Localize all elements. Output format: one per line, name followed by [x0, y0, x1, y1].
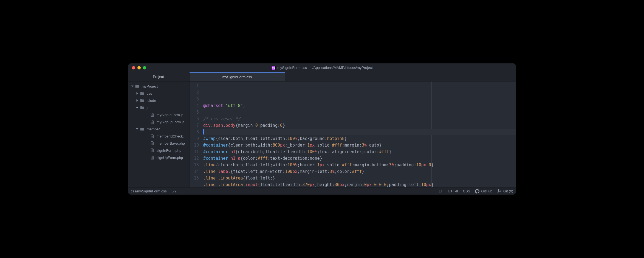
file-icon [150, 148, 154, 153]
code-token [228, 149, 230, 154]
code-token: .line [203, 182, 216, 187]
status-cursor[interactable]: 5:2 [172, 189, 177, 193]
code-token: px [340, 182, 344, 187]
git-branch-icon [497, 189, 502, 194]
code-token: label [218, 169, 230, 174]
status-path-text: css/mySignInForm.css [131, 189, 167, 193]
status-path[interactable]: css/mySignInForm.css [131, 189, 167, 193]
code-token: {clear:both;float:left;width: [216, 136, 287, 141]
tree-file[interactable]: mySignInForm.js [128, 111, 189, 118]
tree-item-label: myProject [142, 84, 158, 88]
line-number[interactable]: 2 [190, 89, 199, 96]
code-line[interactable] [203, 129, 516, 135]
chevron-right-icon[interactable] [135, 99, 139, 102]
code-token: #fff [332, 143, 342, 148]
line-number[interactable]: 13 [190, 162, 199, 168]
code-token: ;text-align:center;color: [317, 149, 379, 154]
line-number[interactable]: 12 [190, 155, 199, 162]
minimize-window-button[interactable] [137, 66, 141, 69]
line-number[interactable]: 11 [190, 148, 199, 155]
tree-file[interactable]: memberSave.php [128, 140, 189, 147]
file-icon [150, 134, 154, 138]
close-window-button[interactable] [132, 66, 135, 69]
code-token: solid [315, 143, 332, 148]
code-token: {color: [240, 156, 258, 161]
sidebar-tab-project[interactable]: Project [128, 72, 189, 82]
status-encoding[interactable]: UTF-8 [448, 189, 458, 193]
code-token: px [367, 182, 372, 187]
code-line[interactable]: .line .inputArea input{float:left;width:… [203, 181, 516, 187]
tab-bar-empty [285, 72, 516, 81]
app-icon: PS [271, 66, 276, 70]
tree-folder[interactable]: myProject [128, 83, 189, 90]
code-token: 3 [330, 169, 332, 174]
code-token: 100 [285, 169, 292, 174]
code-line[interactable]: .line{clear:both;float:left;width:100%;b… [203, 162, 516, 168]
tree-folder[interactable]: member [128, 125, 189, 133]
code-line[interactable]: div,span,body{margin:0;padding:0} [203, 122, 516, 129]
tree-file[interactable]: signInForm.php [128, 147, 189, 154]
code-token: ;background: [297, 136, 327, 141]
code-token: 100 [287, 136, 295, 141]
code-line[interactable]: @charset "utf-8"; [203, 102, 516, 109]
line-number[interactable]: 14 [190, 168, 199, 175]
code-token: #container [203, 143, 228, 148]
code-line[interactable]: .line label{float:left;min-width:100px;m… [203, 168, 516, 175]
line-number[interactable]: 7 [190, 122, 199, 129]
code-line[interactable]: #container h1{clear:both;float:left;widt… [203, 148, 516, 155]
code-line[interactable]: .line .inputArea{float:left;} [203, 175, 516, 181]
status-git[interactable]: Git (0) [497, 189, 513, 194]
tab-bar: mySignInForm.css [190, 72, 516, 82]
code[interactable]: @charset "utf-8";/* css reset */div,span… [201, 82, 516, 187]
line-number[interactable]: 9 [190, 135, 199, 142]
status-language[interactable]: CSS [463, 189, 470, 193]
window-title-text: mySignInForm.css — /Applications/MAMP/ht… [277, 66, 373, 70]
chevron-down-icon[interactable] [130, 84, 134, 88]
svg-rect-0 [271, 66, 276, 70]
line-number[interactable]: 6 [190, 116, 199, 122]
chevron-right-icon[interactable] [135, 91, 139, 95]
tree-folder[interactable]: iclude [128, 97, 189, 104]
status-github[interactable]: GitHub [475, 189, 492, 194]
tree-folder[interactable]: css [128, 90, 189, 97]
tree-file[interactable]: mySignupForm.js [128, 118, 189, 125]
code-token: /* css reset */ [203, 116, 240, 121]
code-token: h1 [230, 149, 235, 154]
code-line[interactable]: #container{clear:both;width:800px;_borde… [203, 142, 516, 148]
zoom-window-button[interactable] [143, 66, 146, 69]
sidebar-tab-label: Project [153, 75, 164, 79]
tree-item-label: memberSave.php [157, 141, 185, 145]
chevron-down-icon[interactable] [135, 127, 139, 131]
line-number[interactable]: 10 [190, 142, 199, 148]
tab-mysigninform-css[interactable]: mySignInForm.css [190, 72, 285, 81]
line-number[interactable]: 3 [190, 96, 199, 102]
tree-folder[interactable]: js [128, 104, 189, 111]
code-line[interactable]: #wrap{clear:both;float:left;width:100%;b… [203, 135, 516, 142]
code-line[interactable] [203, 109, 516, 116]
file-icon [150, 155, 154, 160]
line-number[interactable]: 1 [190, 83, 199, 89]
editor[interactable]: 123456789101112131415 @charset "utf-8";/… [190, 82, 516, 187]
code-token: #fff [342, 162, 352, 167]
status-eol[interactable]: LF [439, 189, 443, 193]
code-line[interactable]: #container h1 a{color:#fff;text-decorati… [203, 155, 516, 162]
code-token: .inputArea [218, 176, 243, 181]
line-number[interactable]: 8 [190, 129, 199, 135]
file-tree[interactable]: myProjectcssicludejsmySignInForm.jsmySig… [128, 82, 189, 187]
code-line[interactable]: /* css reset */ [203, 116, 516, 122]
code-token: hotpink [327, 136, 344, 141]
svg-point-5 [500, 190, 501, 191]
editor-area: mySignInForm.css 123456789101112131415 @… [190, 72, 516, 187]
code-token: 0 [364, 182, 367, 187]
code-token: ;height: [315, 182, 334, 187]
line-number[interactable]: 4 [190, 102, 199, 109]
tree-item-label: mySignupForm.js [157, 120, 184, 124]
code-token: px [310, 143, 315, 148]
line-number[interactable]: 15 [190, 175, 199, 181]
line-number[interactable]: 5 [190, 109, 199, 116]
tree-file[interactable]: signUpForm.php [128, 154, 189, 161]
folder-icon [140, 127, 145, 131]
tree-file[interactable]: memberIdCheck. [128, 133, 189, 140]
chevron-down-icon[interactable] [135, 106, 139, 110]
code-token: 100 [307, 149, 315, 154]
